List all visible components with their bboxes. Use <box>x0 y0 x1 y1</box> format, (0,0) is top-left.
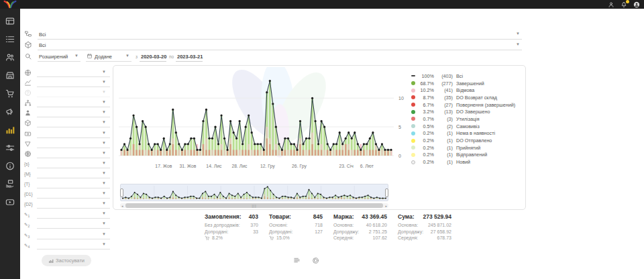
filter-panel-row-pencil1: ✎1▼ <box>24 209 110 219</box>
stat-sub-value: 107.62 <box>373 235 387 241</box>
filter-select-s[interactable]: ▼ <box>37 159 110 168</box>
scroll-right-icon[interactable]: ▸ <box>385 204 387 208</box>
filter-select-money[interactable]: ▼ <box>37 129 110 138</box>
filter-select-t[interactable]: ▼ <box>37 179 110 188</box>
legend-label: DO Завершено <box>456 109 490 115</box>
legend-item[interactable]: 8.7%(35)DO Возврат склад <box>411 94 523 101</box>
sidebar-item-returns[interactable] <box>5 179 15 189</box>
filter-select-pencil-4[interactable]: ▼ <box>37 240 110 249</box>
filter-select-d2[interactable]: ▼ <box>37 199 110 209</box>
legend-label: DO Отправлено <box>456 137 492 144</box>
avatar[interactable] <box>633 1 640 8</box>
sidebar-item-customers[interactable] <box>5 52 15 62</box>
filter-category-row: Всі ▼ <box>24 30 522 40</box>
sidebar-item-analytics[interactable] <box>5 125 15 135</box>
sidebar-item-orders[interactable] <box>5 34 15 44</box>
filter-select-help[interactable]: ▼ <box>37 88 110 97</box>
stat-upsell-percent: 15.0% <box>276 235 290 241</box>
legend-marker-icon <box>411 81 415 85</box>
filter-select-funnel[interactable]: ▼ <box>37 139 110 148</box>
x-axis-label: 6. Лют <box>360 164 374 168</box>
user-icon[interactable] <box>608 1 614 8</box>
sidebar-item-video-tutorials[interactable] <box>5 197 15 207</box>
filter-select-web[interactable]: ▼ <box>37 149 110 158</box>
topbar <box>0 0 644 9</box>
pencil-1-icon: ✎1 <box>24 211 32 218</box>
chevron-down-icon: ▼ <box>102 211 106 215</box>
legend-label: Повернення (завершений) <box>456 102 515 108</box>
legend-marker-icon <box>411 110 415 114</box>
filter-select-pencil-3[interactable]: ▼ <box>37 230 110 239</box>
legend-item[interactable]: 10.2%(41)Відмова <box>411 87 523 94</box>
package-view-icon[interactable] <box>312 257 319 264</box>
chart-scrollbar[interactable]: ◂ ||| ▸ <box>120 203 388 208</box>
navigator-left-handle[interactable] <box>120 188 123 197</box>
scroll-left-icon[interactable]: ◂ <box>121 204 123 208</box>
list-view-icon[interactable] <box>293 257 301 264</box>
legend-item[interactable]: 100%(403)Всі <box>411 72 523 80</box>
legend-item[interactable]: 6.7%(27)Повернення (завершений) <box>411 101 523 109</box>
category-select-value: Всі <box>39 32 46 38</box>
filter-select-globe[interactable]: ▼ <box>37 68 110 77</box>
sidebar-item-cart[interactable] <box>5 89 15 99</box>
x-axis-label: 17. Жов <box>155 164 172 168</box>
sidebar-item-dashboard[interactable] <box>5 16 15 26</box>
sidebar <box>0 9 20 279</box>
apply-button[interactable]: Застосувати <box>42 255 91 266</box>
legend-count: (2) <box>437 123 453 129</box>
filter-select-trend[interactable]: ▼ <box>37 78 110 87</box>
filter-select-box3d[interactable]: ▼ <box>37 118 110 127</box>
search-mode-select[interactable]: Розширений ▼ <box>38 52 80 62</box>
filter-select-pencil-2[interactable]: ▼ <box>37 219 110 229</box>
filter-select-pencil-1[interactable]: ▼ <box>37 209 110 219</box>
date-to-value: 2023-03-21 <box>177 54 203 60</box>
pencil-2-icon: ✎2 <box>24 221 32 228</box>
date-from-input[interactable]: 2020-03-20 <box>140 52 166 62</box>
stat-column: Товари:845Основні:718Допродані:12715.0% <box>269 213 323 241</box>
sidebar-item-store[interactable] <box>5 70 15 80</box>
stat-column: Сума:273 529.94Основна:245 871.02Допрода… <box>398 213 451 241</box>
orders-timeline-chart[interactable]: 0510 <box>119 71 413 161</box>
legend-count: (277) <box>437 80 453 87</box>
legend-item[interactable]: 0.2%(1)Прийнятий <box>411 144 523 152</box>
x-axis-label: 28. Лис <box>231 164 247 168</box>
chart-navigator[interactable] <box>120 184 388 201</box>
date-field-select[interactable]: Додане ▼ <box>86 52 131 62</box>
stat-sub-value: 2 751.25 <box>369 229 387 235</box>
notifications-bell-icon[interactable] <box>621 1 627 8</box>
app-logo-icon[interactable] <box>2 0 18 9</box>
legend-item[interactable]: 0.7%(3)Утилізація <box>411 115 523 123</box>
date-to-input[interactable]: 2023-03-21 <box>176 52 203 62</box>
stat-title: Маржа: <box>333 213 354 220</box>
sidebar-item-info[interactable] <box>5 161 15 171</box>
stat-sub-value: 718 <box>315 222 323 229</box>
chevron-down-icon: ▼ <box>74 54 78 58</box>
category-select[interactable]: Всі ▼ <box>38 30 522 40</box>
legend-item[interactable]: 0.2%(1)DO Отправлено <box>411 137 523 144</box>
legend-item[interactable]: 0.5%(2)Самовивіз <box>411 123 523 130</box>
search-mode-value: Розширений <box>39 54 68 60</box>
filter-select-person[interactable]: ▼ <box>37 108 110 117</box>
filter-panel-row-d2: {D2}▼ <box>24 199 110 209</box>
filter-select-m[interactable]: ▼ <box>37 169 110 178</box>
legend-item[interactable]: 0.2%(1)Новий <box>411 158 523 166</box>
sidebar-item-settings[interactable] <box>5 143 15 153</box>
video-tutorial-icon[interactable] <box>30 17 42 27</box>
x-axis-label: 31. Жов <box>179 164 196 168</box>
app-root: Всі ▼ Всі ▼ Розширений ▼ Додане ▼ з 2020… <box>0 0 644 279</box>
legend-label: Нема в наявності <box>456 130 495 136</box>
legend-item[interactable]: 3.2%(13)DO Завершено <box>411 108 523 115</box>
filter-select-d1[interactable]: ▼ <box>37 189 110 199</box>
legend-item[interactable]: 0.2%(1)Відправлений <box>411 152 523 159</box>
filter-panel-row-web: ▼ <box>24 149 110 159</box>
search-icon <box>24 52 32 60</box>
chevron-down-icon: ▼ <box>102 221 106 225</box>
filter-select-sitemap[interactable]: ▼ <box>37 98 110 107</box>
product-select[interactable]: Всі ▼ <box>38 40 522 50</box>
legend-item[interactable]: 68.7%(277)Завершений <box>411 80 523 87</box>
chevron-down-icon: ▼ <box>102 141 106 145</box>
legend-item[interactable]: 0.2%(1)Нема в наявності <box>411 130 523 137</box>
scrollbar-thumb[interactable]: ||| <box>125 203 383 208</box>
navigator-right-handle[interactable] <box>385 188 388 197</box>
sidebar-item-marketing[interactable] <box>5 107 15 117</box>
